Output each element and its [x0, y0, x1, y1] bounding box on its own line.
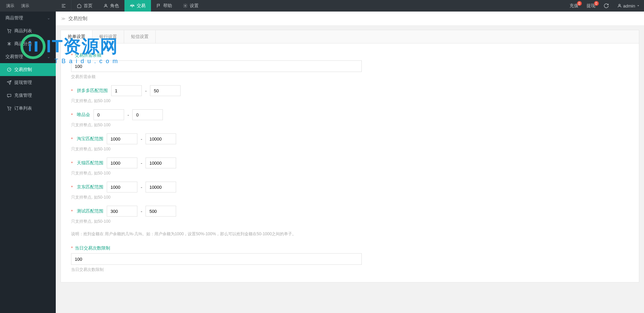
chevron-down-icon: [637, 4, 640, 7]
flag-icon: [156, 3, 161, 8]
tab-bank[interactable]: 银行设置: [92, 30, 124, 43]
tab-grab[interactable]: 抢单设置: [61, 30, 92, 43]
logo-text-left: 演示: [6, 3, 14, 9]
sidebar-item-label: 交易控制: [14, 67, 32, 73]
daily-limit-input[interactable]: [71, 253, 362, 265]
nav-settings[interactable]: 设置: [177, 0, 204, 12]
range-separator: -: [141, 161, 142, 166]
required-mark: *: [71, 185, 73, 190]
range-separator: -: [128, 112, 129, 117]
nav-role-label: 角色: [110, 3, 119, 9]
sidebar-group-trade[interactable]: 交易管理 ⌄: [0, 50, 56, 63]
menu-icon: [61, 3, 66, 8]
help-text: 只支持整点, 如50-100: [71, 146, 629, 152]
home-icon: [77, 3, 82, 8]
sidebar-item-withdraw-mgmt[interactable]: 提现管理: [0, 76, 56, 89]
breadcrumb-arrow-icon: ≫: [61, 16, 66, 21]
sidebar-item-label: 订单列表: [14, 105, 32, 111]
wph-min-input[interactable]: [94, 109, 124, 120]
nav-home-label: 首页: [84, 3, 92, 9]
topbar-right: 充值 0 提现 0 admin: [565, 0, 644, 12]
breadcrumb-title: 交易控制: [68, 16, 87, 22]
field-label: 天猫匹配范围: [77, 160, 103, 166]
nav-help[interactable]: 帮助: [151, 0, 177, 12]
content-panel: 抢单设置 银行设置 短信设置 * 交易所需余额 交易所需余额 * 拼多多匹: [61, 30, 639, 282]
snowflake-icon: [7, 41, 12, 46]
help-text: 只支持整点, 如50-100: [71, 170, 629, 176]
tmall-min-input[interactable]: [107, 158, 137, 168]
test-max-input[interactable]: [146, 206, 176, 217]
sidebar-item-order-list[interactable]: 订单列表: [0, 102, 56, 115]
field-jd: * 京东匹配范围 - 只支持整点, 如50-100: [71, 182, 629, 200]
gear-icon: [183, 3, 188, 8]
user-icon: [617, 3, 622, 8]
sidebar-item-product-category[interactable]: 商品分类: [0, 37, 56, 50]
jd-max-input[interactable]: [146, 182, 176, 192]
field-daily-limit: * 当日交易次数限制 当日交易次数限制: [71, 245, 629, 273]
recharge-badge: 0: [577, 1, 582, 6]
required-mark: *: [71, 161, 73, 166]
description-text: 说明：抢到金额在 用户余额的几%-几%。如：用户余额为1000，设置50%-10…: [71, 231, 629, 237]
withdraw-button[interactable]: 提现 0: [582, 0, 599, 12]
message-icon: [7, 93, 12, 98]
field-wph: * 唯品会 - 只支持整点, 如50-100: [71, 109, 629, 128]
logo-text-right: 演示: [21, 3, 29, 9]
field-taobao: * 淘宝匹配范围 - 只支持整点, 如50-100: [71, 133, 629, 152]
help-text: 交易所需余额: [71, 74, 629, 80]
form-body: * 交易所需余额 交易所需余额 * 拼多多匹配范围 - 只支: [61, 43, 639, 282]
field-label: 当日交易次数限制: [75, 245, 110, 251]
sidebar-item-product-list[interactable]: 商品列表: [0, 24, 56, 37]
withdraw-badge: 0: [594, 1, 599, 6]
breadcrumb: ≫ 交易控制: [56, 12, 644, 26]
sidebar-group-product[interactable]: 商品管理 ⌄: [0, 12, 56, 24]
test-min-input[interactable]: [107, 206, 137, 217]
svg-point-5: [618, 4, 620, 6]
svg-point-3: [105, 4, 107, 6]
cart-icon: [7, 106, 12, 111]
nav-role[interactable]: 角色: [98, 0, 124, 12]
field-label: 测试匹配范围: [77, 208, 103, 214]
sidebar-item-label: 商品列表: [14, 28, 32, 34]
field-pdd: * 拼多多匹配范围 - 只支持整点, 如50-100: [71, 85, 629, 104]
field-label: 京东匹配范围: [77, 184, 103, 190]
scale-icon: [130, 3, 135, 8]
nav-trade[interactable]: 交易: [124, 0, 151, 12]
svg-point-4: [185, 5, 186, 6]
menu-toggle-button[interactable]: [56, 0, 71, 12]
field-label: 淘宝匹配范围: [77, 136, 103, 142]
required-mark: *: [71, 245, 73, 251]
refresh-icon: [604, 3, 609, 8]
pdd-min-input[interactable]: [111, 85, 142, 96]
help-text: 只支持整点, 如50-100: [71, 98, 629, 104]
taobao-min-input[interactable]: [107, 133, 137, 144]
tmall-max-input[interactable]: [146, 158, 176, 168]
range-separator: -: [141, 209, 142, 214]
help-text: 只支持整点, 如50-100: [71, 195, 629, 200]
pdd-max-input[interactable]: [150, 85, 181, 96]
sidebar-group-trade-label: 交易管理: [5, 54, 23, 60]
recharge-button[interactable]: 充值 0: [565, 0, 582, 12]
taobao-max-input[interactable]: [146, 133, 176, 144]
refresh-button[interactable]: [599, 0, 613, 12]
sidebar-item-trade-control[interactable]: 交易控制: [0, 63, 56, 76]
wph-max-input[interactable]: [132, 109, 163, 120]
required-mark: *: [71, 136, 73, 142]
tab-sms[interactable]: 短信设置: [124, 30, 156, 43]
nav-help-label: 帮助: [163, 3, 172, 9]
required-mark: *: [71, 53, 73, 58]
balance-input[interactable]: [71, 60, 362, 72]
field-test: * 测试匹配范围 - 只支持整点, 如50-100: [71, 206, 629, 224]
sidebar-item-recharge-mgmt[interactable]: 充值管理: [0, 89, 56, 102]
field-tmall: * 天猫匹配范围 - 只支持整点, 如50-100: [71, 158, 629, 176]
required-mark: *: [71, 112, 73, 117]
nav-home[interactable]: 首页: [71, 0, 98, 12]
tabs: 抢单设置 银行设置 短信设置: [61, 30, 639, 43]
logo-area: 演示 演示: [0, 3, 56, 9]
sidebar: 商品管理 ⌄ 商品列表 商品分类 交易管理 ⌄ 交易控制 提现管理 充值管理: [0, 12, 56, 313]
user-menu-button[interactable]: admin: [613, 0, 644, 12]
required-mark: *: [71, 209, 73, 214]
field-label: 唯品会: [77, 112, 90, 118]
user-name: admin: [623, 3, 635, 8]
jd-min-input[interactable]: [107, 182, 137, 192]
sidebar-item-label: 商品分类: [14, 41, 32, 47]
